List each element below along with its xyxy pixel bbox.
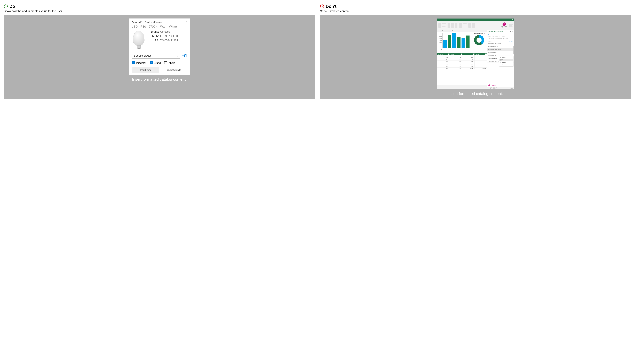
layout-select[interactable]: 2 Column Layout ⌵	[132, 53, 180, 58]
dont-subtitle: Show unrelated content.	[320, 10, 631, 13]
pane-title: Contoso Parts Catalog	[488, 31, 504, 32]
publisher-name[interactable]: Contoso	[491, 85, 496, 86]
pin-icon[interactable]	[182, 54, 187, 58]
zoom-level[interactable]: 100%	[511, 88, 513, 89]
angle-checkbox[interactable]: Angle	[164, 62, 175, 64]
do-column: Do Show how the add-in creates value for…	[4, 4, 315, 99]
y-axis-ticks: $6,0005,0004,0003,000200010000	[439, 36, 442, 50]
mpn-value: LED9870CF609	[160, 34, 179, 38]
excel-window: — ☐ ✕ Parts CatalogContoso ⌵	[437, 18, 514, 89]
chevron-down-icon: ⌵	[177, 55, 178, 57]
data-table[interactable]: Projected▾ Actual▾ ▾ TOTAL▾ 0.000.000.00…	[437, 54, 487, 85]
svg-rect-5	[138, 48, 140, 49]
menu-format[interactable]: Format	[499, 61, 513, 64]
dropdown-icon[interactable]: ▾	[473, 54, 474, 55]
product-image	[132, 30, 146, 50]
pane-footer: C Contoso	[487, 84, 514, 87]
grid-view-icon[interactable]: ▦	[511, 40, 513, 42]
ribbon: Parts CatalogContoso ⌵	[437, 21, 514, 30]
product-specs: Brand:Contoso MPN:LED9870CF609 UPS:74665…	[149, 30, 187, 50]
list-item[interactable]: Contoso 85w Eq	[487, 51, 514, 54]
addin-ribbon-button[interactable]: Parts CatalogContoso	[501, 22, 507, 28]
view-normal-icon[interactable]	[491, 88, 492, 89]
product-title: LED - R30 - 2700K - Warm White	[132, 25, 187, 28]
view-layout-icon[interactable]	[493, 88, 495, 89]
dropdown-icon[interactable]: ▾	[461, 54, 462, 55]
menu-pin[interactable]: Pin	[499, 64, 513, 66]
dont-column: Don't Show unrelated content. — ☐ ✕	[320, 4, 631, 99]
menu-preview[interactable]: Preview	[499, 56, 513, 58]
brand-checkbox[interactable]: Brand	[150, 62, 161, 64]
horizontal-scrollbar[interactable]	[437, 85, 487, 87]
list-item-selected[interactable]: Contoso 60 - 65w Equal⋯	[487, 48, 514, 51]
do-caption: Insert formatted catalog content.	[5, 77, 314, 82]
results-list: Contoso 60 - 65w Equal Contoso 85w Equal…	[487, 42, 514, 84]
cross-icon	[320, 4, 324, 8]
view-break-icon[interactable]	[496, 88, 497, 89]
do-header: Do	[4, 4, 315, 9]
layout-select-value: 2 Column Layout	[134, 54, 151, 57]
preview-dialog: Contoso Part Catalog - Preview × LED - R…	[129, 18, 190, 75]
svg-point-7	[504, 24, 505, 24]
svg-point-0	[4, 4, 8, 8]
zoom-in-icon[interactable]: +	[509, 88, 510, 89]
task-pane: Contoso Parts Catalog ▾✕ ≡ LED - R30 - 2…	[487, 30, 514, 87]
do-subtitle: Show how the add-in creates value for th…	[4, 10, 315, 13]
dont-label: Don't	[326, 4, 337, 9]
dialog-title: Contoso Part Catalog - Preview	[132, 21, 162, 24]
list-item[interactable]: Contoso 85w Equal	[487, 45, 514, 48]
ups-value: 746654441324	[160, 39, 178, 42]
ribbon-expand-icon[interactable]: ⌵	[512, 28, 513, 30]
dont-header: Don't	[320, 4, 631, 9]
status-bar: − + 100%	[437, 87, 514, 89]
dropdown-icon[interactable]: ▾	[448, 54, 450, 55]
lightbulb-icon	[503, 22, 506, 26]
dont-caption: Insert formatted catalog content.	[321, 92, 630, 96]
more-icon[interactable]: ⋯	[511, 49, 513, 50]
do-frame: Contoso Part Catalog - Preview × LED - R…	[4, 15, 315, 99]
menu-insert[interactable]: Insert	[499, 58, 513, 61]
svg-point-9	[501, 57, 501, 58]
maximize-icon[interactable]: ☐	[509, 19, 510, 21]
pane-results-count: 16 results in LED - R30 - 60-65 Watt Equ…	[487, 38, 514, 40]
insert-item-button[interactable]: Insert item	[132, 67, 159, 73]
images-checkbox[interactable]: Image(s)	[132, 62, 146, 64]
filter-icon[interactable]: ≡	[483, 33, 485, 34]
brand-label: Brand:	[149, 30, 159, 33]
checkbox-row: Image(s) Brand Angle	[132, 62, 187, 64]
comparison-grid: Do Show how the add-in creates value for…	[4, 4, 631, 99]
column-headers: G H I J K	[437, 30, 487, 32]
pane-close-icon[interactable]: ✕	[512, 31, 513, 32]
sort-arrow-icon[interactable]: ↓	[492, 40, 493, 42]
mpn-label: MPN:	[149, 34, 159, 38]
do-label: Do	[10, 4, 15, 9]
dropdown-icon[interactable]: ▾	[485, 54, 487, 55]
context-menu: Preview Insert Format Pin	[499, 56, 513, 66]
sort-label[interactable]: Name	[488, 40, 492, 42]
pane-subtitle: LED - R30 - 2700K - Warm White	[487, 36, 514, 38]
bar-chart: Cash flowMonthly income	[443, 33, 470, 53]
donut-chart: Family Budget Use≡	[472, 33, 487, 53]
svg-rect-8	[504, 24, 504, 24]
check-icon	[4, 4, 8, 8]
zoom-out-icon[interactable]: −	[498, 88, 499, 89]
close-window-icon[interactable]: ✕	[512, 19, 513, 21]
brand-value: Contoso	[160, 30, 170, 33]
dont-frame: — ☐ ✕ Parts CatalogContoso ⌵	[320, 15, 631, 99]
list-item[interactable]: Contoso 60 - 65w Equal	[487, 42, 514, 45]
zoom-slider[interactable]	[500, 88, 508, 88]
minimize-icon[interactable]: —	[506, 19, 507, 20]
close-icon[interactable]: ×	[185, 21, 187, 22]
pane-menu-icon[interactable]: ▾	[510, 31, 511, 32]
list-view-icon[interactable]: ☰	[509, 40, 510, 42]
spreadsheet[interactable]: G H I J K $6,0005,0004,0003,000200010000	[437, 30, 487, 87]
ups-label: UPS:	[149, 39, 159, 42]
window-titlebar: — ☐ ✕	[437, 18, 514, 21]
product-details-button[interactable]: Product details	[160, 67, 187, 73]
hamburger-icon[interactable]: ≡	[487, 33, 514, 36]
vertical-scrollbar[interactable]	[513, 46, 514, 54]
publisher-badge: C	[488, 84, 490, 86]
